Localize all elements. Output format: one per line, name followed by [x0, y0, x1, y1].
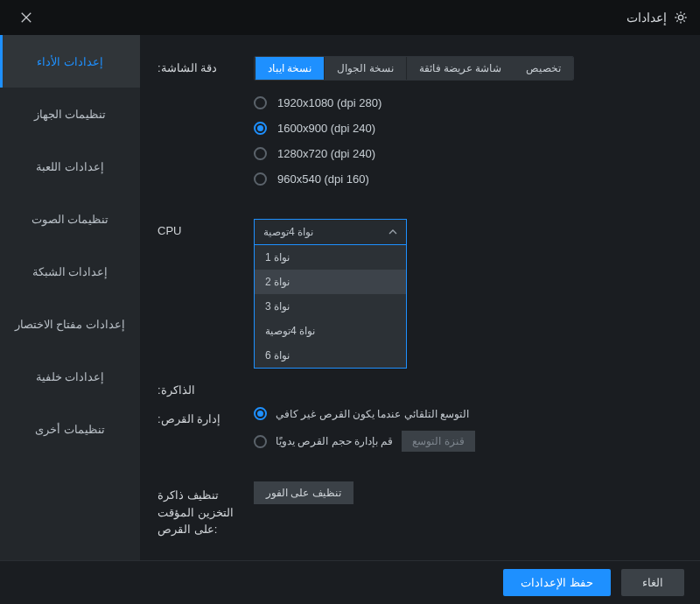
chevron-up-icon	[388, 228, 397, 236]
gear-icon	[674, 11, 688, 25]
expand-button: قنزة التوسع	[402, 431, 474, 452]
disk-auto-option[interactable]: التوسع التلقائي عندما يكون القرص غير كاف…	[254, 407, 672, 420]
resolution-tabgroup: نسخة ايبادنسخة الجوالشاشة عريضة فائقةتخص…	[254, 56, 574, 81]
radio-icon	[254, 435, 267, 448]
close-icon	[20, 11, 32, 24]
cpu-option-3[interactable]: نواة 4توصية	[255, 319, 406, 343]
cpu-option-1[interactable]: نواة 2	[255, 270, 406, 294]
cpu-dropdown[interactable]: نواة 4توصية	[254, 219, 407, 245]
sidebar-item-7[interactable]: تنظيمات أخرى	[0, 403, 140, 455]
footer: حفظ الإعدادات الغاء	[0, 560, 700, 604]
radio-icon	[254, 122, 267, 135]
titlebar: إعدادات	[0, 0, 700, 35]
cpu-dropdown-list: نواة 1نواة 2نواة 3نواة 4توصيةنواة 6	[254, 245, 407, 369]
sidebar-item-4[interactable]: إعدادات الشبكة	[0, 245, 140, 298]
radio-icon	[254, 147, 267, 160]
disk-label: :إدارة القرص	[158, 407, 254, 425]
disk-manual-label: قم بإدارة حجم القرص يدويًا	[276, 435, 393, 447]
sidebar-item-2[interactable]: إعدادات اللعبة	[0, 140, 140, 193]
resolution-option-label: 1920x1080 (dpi 280)	[277, 96, 382, 109]
resolution-label: :دقة الشاشة	[158, 56, 254, 74]
cpu-label: CPU	[158, 219, 254, 237]
cancel-button[interactable]: الغاء	[621, 569, 684, 596]
resolution-option-1[interactable]: 1600x900 (dpi 240)	[254, 122, 672, 135]
resolution-option-2[interactable]: 1280x720 (dpi 240)	[254, 147, 672, 160]
cpu-option-4[interactable]: نواة 6	[255, 343, 406, 368]
resolution-option-label: 1280x720 (dpi 240)	[277, 147, 375, 160]
sidebar: إعدادات الأداءتنظيمات الجهازإعدادات اللع…	[0, 35, 140, 560]
resolution-tab-1[interactable]: نسخة الجوال	[324, 57, 405, 80]
save-button[interactable]: حفظ الإعدادات	[503, 569, 611, 596]
clean-cache-button[interactable]: تنظيف على الفور	[254, 481, 354, 504]
sidebar-item-0[interactable]: إعدادات الأداء	[0, 35, 140, 88]
resolution-option-0[interactable]: 1920x1080 (dpi 280)	[254, 96, 672, 109]
resolution-option-3[interactable]: 960x540 (dpi 160)	[254, 172, 672, 186]
resolution-option-label: 960x540 (dpi 160)	[277, 172, 369, 186]
memory-label: :الذاكرة	[158, 378, 254, 397]
resolution-tab-2[interactable]: شاشة عريضة فائقة	[406, 57, 514, 80]
disk-manual-option[interactable]: قم بإدارة حجم القرص يدويًا قنزة التوسع	[254, 431, 672, 452]
cpu-option-2[interactable]: نواة 3	[255, 294, 406, 319]
radio-icon	[254, 407, 267, 420]
cache-label: تنظيف ذاكرة التخزين المؤقت على القرص:	[158, 481, 254, 538]
resolution-tab-0[interactable]: نسخة ايباد	[255, 57, 324, 80]
sidebar-item-6[interactable]: إعدادات خلفية	[0, 350, 140, 403]
window-title: إعدادات	[626, 11, 667, 25]
cpu-dropdown-value: نواة 4توصية	[263, 226, 313, 238]
sidebar-item-3[interactable]: تنظيمات الصوت	[0, 193, 140, 245]
disk-auto-label: التوسع التلقائي عندما يكون القرص غير كاف…	[276, 408, 469, 420]
resolution-tab-3[interactable]: تخصيص	[514, 57, 573, 80]
sidebar-item-1[interactable]: تنظيمات الجهاز	[0, 88, 140, 140]
sidebar-item-5[interactable]: إعدادات مفتاح الاختصار	[0, 298, 140, 350]
content-pane: :دقة الشاشة نسخة ايبادنسخة الجوالشاشة عر…	[140, 35, 700, 560]
radio-icon	[254, 96, 267, 109]
resolution-option-label: 1600x900 (dpi 240)	[277, 122, 375, 135]
cpu-option-0[interactable]: نواة 1	[255, 245, 406, 270]
resolution-options: 1920x1080 (dpi 280)1600x900 (dpi 240)128…	[254, 96, 672, 186]
radio-icon	[254, 172, 267, 186]
close-button[interactable]	[12, 4, 40, 32]
